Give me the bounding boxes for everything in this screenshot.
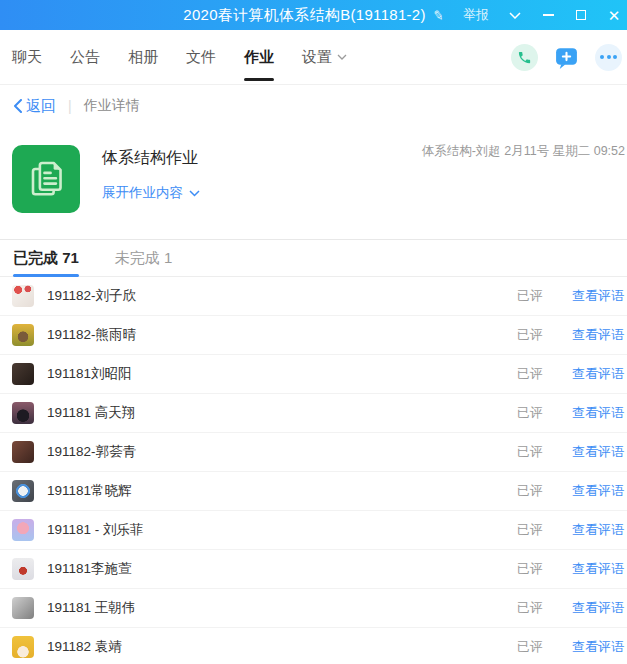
- view-comment-link[interactable]: 查看评语: [572, 521, 624, 539]
- graded-status: 已评: [517, 365, 543, 383]
- student-name: 191181 - 刘乐菲: [47, 521, 144, 539]
- graded-status: 已评: [517, 404, 543, 422]
- nav-tab-homework[interactable]: 作业: [244, 30, 274, 85]
- student-row: 191182 袁靖 已评 查看评语: [0, 628, 627, 664]
- window-controls: 举报 ✕: [463, 0, 621, 30]
- view-comment-link[interactable]: 查看评语: [572, 326, 624, 344]
- breadcrumb-divider: |: [68, 98, 72, 114]
- graded-status: 已评: [517, 560, 543, 578]
- student-row: 191181 王朝伟 已评 查看评语: [0, 589, 627, 628]
- avatar: [12, 441, 34, 463]
- maximize-icon[interactable]: [574, 8, 588, 22]
- phone-call-button[interactable]: [511, 44, 538, 71]
- student-name: 191181常晓辉: [47, 482, 132, 500]
- assignment-info: 体系结构作业 展开作业内容: [102, 145, 200, 213]
- student-row: 191182-熊雨晴 已评 查看评语: [0, 316, 627, 355]
- avatar: [12, 558, 34, 580]
- graded-status: 已评: [517, 482, 543, 500]
- graded-status: 已评: [517, 443, 543, 461]
- view-comment-link[interactable]: 查看评语: [572, 443, 624, 461]
- expand-assignment-button[interactable]: 展开作业内容: [102, 184, 200, 202]
- page-title: 作业详情: [84, 97, 140, 115]
- tab-completed[interactable]: 已完成 71: [13, 239, 79, 277]
- avatar: [12, 480, 34, 502]
- avatar: [12, 636, 34, 658]
- back-chevron-icon: [13, 99, 22, 113]
- breadcrumb: 返回 | 作业详情: [0, 85, 627, 127]
- student-row: 191181李施萱 已评 查看评语: [0, 550, 627, 589]
- main-nav: 聊天 公告 相册 文件 作业 设置: [0, 30, 627, 85]
- student-name: 191181 王朝伟: [47, 599, 135, 617]
- edit-title-icon[interactable]: ✎: [432, 7, 445, 24]
- student-name: 191182-郭荟青: [47, 443, 136, 461]
- student-name: 191181 高天翔: [47, 404, 135, 422]
- tab-incomplete[interactable]: 未完成 1: [115, 239, 173, 277]
- plus-bubble-icon: [554, 45, 579, 70]
- chevron-down-icon: [189, 190, 200, 197]
- close-icon[interactable]: ✕: [607, 8, 621, 22]
- view-comment-link[interactable]: 查看评语: [572, 638, 624, 656]
- view-comment-link[interactable]: 查看评语: [572, 560, 624, 578]
- nav-tab-settings[interactable]: 设置: [302, 30, 347, 85]
- collapse-window-icon[interactable]: [508, 8, 522, 22]
- nav-tab-albums[interactable]: 相册: [128, 30, 158, 85]
- avatar: [12, 363, 34, 385]
- nav-action-icons: [511, 44, 622, 71]
- view-comment-link[interactable]: 查看评语: [572, 404, 624, 422]
- new-chat-button[interactable]: [553, 44, 580, 71]
- nav-tab-announcements[interactable]: 公告: [70, 30, 100, 85]
- student-row: 191181刘昭阳 已评 查看评语: [0, 355, 627, 394]
- view-comment-link[interactable]: 查看评语: [572, 599, 624, 617]
- student-row: 191181 高天翔 已评 查看评语: [0, 394, 627, 433]
- graded-status: 已评: [517, 599, 543, 617]
- view-comment-link[interactable]: 查看评语: [572, 365, 624, 383]
- nav-tab-files[interactable]: 文件: [186, 30, 216, 85]
- student-name: 191181李施萱: [47, 560, 132, 578]
- student-row: 191182-郭荟青 已评 查看评语: [0, 433, 627, 472]
- avatar: [12, 324, 34, 346]
- student-name: 191182 袁靖: [47, 638, 122, 656]
- chevron-down-icon: [337, 54, 347, 60]
- graded-status: 已评: [517, 638, 543, 656]
- homework-document-icon: [12, 145, 80, 213]
- more-dots-icon: [600, 55, 617, 59]
- window-title: 2020春计算机体系结构B(191181-2): [183, 6, 426, 25]
- graded-status: 已评: [517, 287, 543, 305]
- assignment-meta: 体系结构-刘超 2月11号 星期二 09:52: [422, 143, 625, 160]
- student-row: 191181 - 刘乐菲 已评 查看评语: [0, 511, 627, 550]
- window-titlebar: 2020春计算机体系结构B(191181-2) ✎ 举报 ✕: [0, 0, 627, 30]
- status-tabs: 已完成 71 未完成 1: [0, 239, 627, 277]
- phone-icon: [517, 50, 532, 65]
- avatar: [12, 597, 34, 619]
- graded-status: 已评: [517, 326, 543, 344]
- nav-tab-chat[interactable]: 聊天: [12, 30, 42, 85]
- avatar: [12, 285, 34, 307]
- student-name: 191181刘昭阳: [47, 365, 132, 383]
- graded-status: 已评: [517, 521, 543, 539]
- more-button[interactable]: [595, 44, 622, 71]
- avatar: [12, 402, 34, 424]
- avatar: [12, 519, 34, 541]
- back-button[interactable]: 返回: [13, 97, 56, 116]
- student-row: 191181常晓辉 已评 查看评语: [0, 472, 627, 511]
- assignment-title: 体系结构作业: [102, 148, 200, 169]
- student-list: 191182-刘子欣 已评 查看评语 191182-熊雨晴 已评 查看评语 19…: [0, 277, 627, 664]
- minimize-icon[interactable]: [541, 8, 555, 22]
- student-name: 191182-刘子欣: [47, 287, 136, 305]
- student-name: 191182-熊雨晴: [47, 326, 136, 344]
- view-comment-link[interactable]: 查看评语: [572, 287, 624, 305]
- assignment-card: 体系结构作业 展开作业内容 体系结构-刘超 2月11号 星期二 09:52: [0, 127, 627, 239]
- view-comment-link[interactable]: 查看评语: [572, 482, 624, 500]
- student-row: 191182-刘子欣 已评 查看评语: [0, 277, 627, 316]
- report-button[interactable]: 举报: [463, 6, 489, 24]
